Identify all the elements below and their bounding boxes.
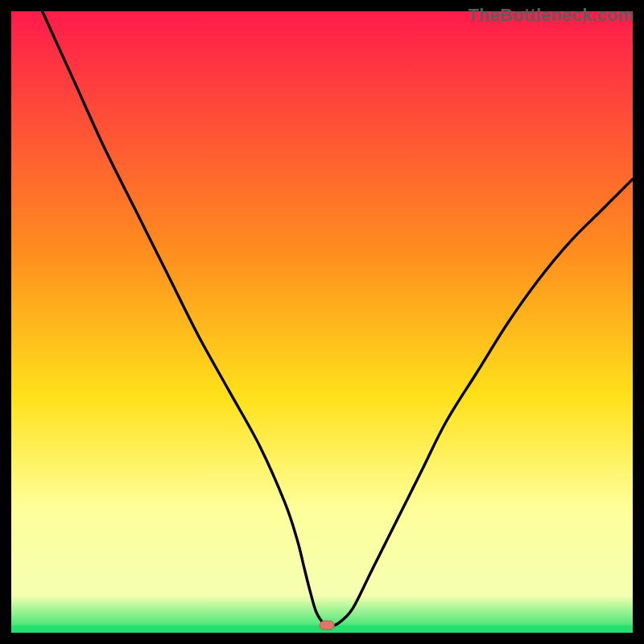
optimum-marker [320, 621, 334, 630]
gradient-background [11, 11, 633, 633]
chart-svg [11, 11, 633, 633]
plot-area [11, 11, 633, 633]
chart-stage: TheBottleneck.com [0, 0, 644, 644]
watermark-label: TheBottleneck.com [469, 5, 634, 26]
